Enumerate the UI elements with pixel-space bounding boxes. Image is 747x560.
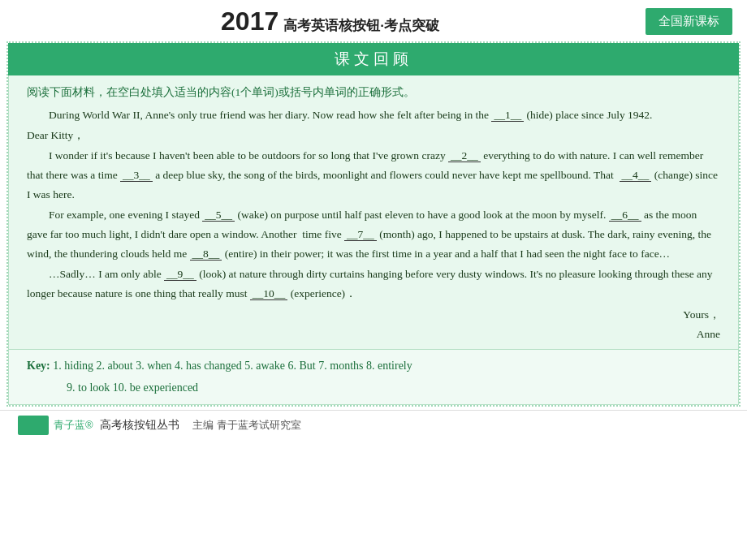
blank-10: __10__ (250, 287, 288, 300)
key-line1: Key: 1. hiding 2. about 3. when 4. has c… (27, 355, 720, 377)
blank-3: __3__ (120, 169, 153, 182)
key-section: Key: 1. hiding 2. about 3. when 4. has c… (8, 350, 739, 405)
passage: During World War II, Anne's only true fr… (27, 106, 720, 344)
footer-series: 高考核按钮丛书 (100, 418, 179, 433)
blank-9: __9__ (164, 268, 196, 281)
header-subtitle: 高考英语核按钮·考点突破 (283, 16, 439, 35)
footer-editor-label: 主编 (192, 418, 214, 433)
header-tag: 全国新课标 (646, 8, 732, 35)
blank-1: __1__ (491, 109, 524, 122)
footer-editor: 青于蓝考试研究室 (217, 418, 301, 433)
key-line2: 9. to look 10. be experienced (27, 377, 720, 399)
blank-6: __6__ (609, 209, 641, 222)
footer-logo-box (18, 416, 49, 435)
header: 2017 高考英语核按钮·考点突破 全国新课标 (0, 0, 747, 41)
outer-wrapper: 课文回顾 阅读下面材料，在空白处填入适当的内容(1个单词)或括号内单词的正确形式… (6, 41, 741, 407)
section-title: 课文回顾 (335, 50, 412, 67)
key-items2: 9. to look 10. be experienced (67, 381, 198, 394)
section-title-bar: 课文回顾 (8, 43, 739, 75)
header-title-area: 2017 高考英语核按钮·考点突破 (15, 6, 646, 37)
key-items: 1. hiding 2. about 3. when 4. has change… (53, 360, 412, 372)
blank-2: __2__ (448, 149, 481, 162)
blank-4: __4__ (620, 169, 652, 182)
blank-8: __8__ (190, 248, 222, 261)
footer: 青子蓝® 高考核按钮丛书 主编 青于蓝考试研究室 (0, 410, 747, 440)
blank-5: __5__ (202, 209, 235, 222)
passage-dear-kitty: Dear Kitty， (27, 126, 720, 145)
passage-p4: For example, one evening I stayed __5__ … (27, 205, 720, 264)
main-content: 阅读下面材料，在空白处填入适当的内容(1个单词)或括号内单词的正确形式。 Dur… (8, 75, 739, 350)
signature-line2: Anne (27, 325, 720, 344)
passage-p1: During World War II, Anne's only true fr… (27, 106, 720, 125)
signature: Yours， Anne (27, 305, 720, 344)
passage-p3: I wonder if it's because I haven't been … (27, 146, 720, 205)
brand-text: 青子蓝® (54, 419, 93, 431)
footer-brand: 青子蓝® (54, 418, 93, 433)
passage-p5: …Sadly… I am only able __9__ (look) at n… (27, 265, 720, 304)
blank-7: __7__ (344, 228, 377, 241)
instruction-text: 阅读下面材料，在空白处填入适当的内容(1个单词)或括号内单词的正确形式。 (27, 85, 720, 100)
header-year: 2017 (221, 6, 279, 37)
key-label: Key: (27, 360, 50, 372)
signature-line1: Yours， (27, 305, 720, 325)
